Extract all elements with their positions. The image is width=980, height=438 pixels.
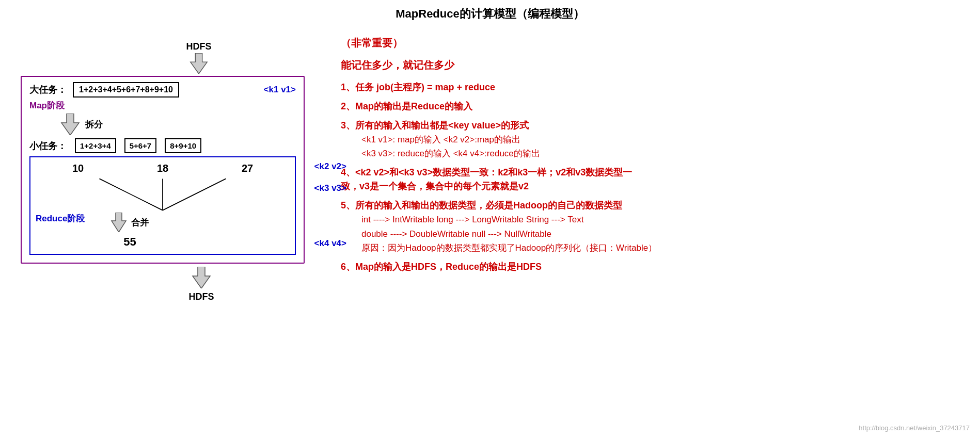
note-line: 能记住多少，就记住多少	[341, 58, 965, 72]
merge-label: 合并	[131, 217, 149, 229]
point-4-main: 4、<k2 v2>和<k3 v3>数据类型一致：k2和k3一样；v2和v3数据类…	[341, 166, 965, 180]
kv4-label: <k4 v4>	[314, 238, 346, 249]
map-stage-label: Map阶段	[29, 100, 296, 111]
inner-box: 10 18 27 <k2 v2> <k3 v3>	[29, 156, 296, 255]
split-arrow-icon	[60, 113, 80, 135]
point-5-sub-3: 原因：因为Hadoop的数据类型都实现了Hadoop的序列化（接口：Writab…	[361, 241, 965, 255]
kv3-label: <k3 v3>	[314, 183, 346, 193]
diagram-area: HDFS 大任务： 1+2+3+4+5+6+7+8+9+10 <k1 v1> M…	[15, 41, 320, 302]
svg-marker-1	[61, 113, 79, 135]
point-3: 3、所有的输入和输出都是<key value>的形式 <k1 v1>: map的…	[341, 119, 965, 160]
point-3-sub-1: <k1 v1>: map的输入 <k2 v2>:map的输出	[361, 133, 965, 147]
split-arrow-row: 拆分	[60, 113, 296, 135]
big-task-value: 1+2+3+4+5+6+7+8+9+10	[73, 82, 179, 98]
point-3-main: 3、所有的输入和输出都是<key value>的形式	[341, 119, 965, 133]
hdfs-top-label: HDFS	[77, 41, 320, 52]
point-5-sub-1: int ----> IntWritable long ---> LongWrit…	[361, 213, 965, 226]
outer-box: 大任务： 1+2+3+4+5+6+7+8+9+10 <k1 v1> Map阶段 …	[21, 76, 305, 264]
watermark: http://blog.csdn.net/weixin_37243717	[859, 424, 970, 432]
kv2-label: <k2 v2>	[314, 161, 346, 172]
small-task-label: 小任务：	[29, 140, 67, 152]
big-task-label: 大任务：	[29, 84, 67, 96]
point-1-main: 1、任务 job(主程序) = map + reduce	[341, 80, 965, 94]
svg-marker-0	[191, 53, 207, 74]
bottom-section: HDFS	[83, 267, 320, 302]
left-section: HDFS 大任务： 1+2+3+4+5+6+7+8+9+10 <k1 v1> M…	[0, 0, 330, 438]
point-4-main2: 致，v3是一个集合，集合中的每个元素就是v2	[341, 180, 965, 193]
top-arrow	[77, 53, 320, 74]
page-container: MapReduce的计算模型（编程模型） HDFS 大任务： 1+2+3+4+5…	[0, 0, 980, 438]
svg-marker-5	[112, 213, 126, 232]
reduce-stage-label: Reduce阶段	[36, 213, 85, 224]
result-number: 55	[123, 235, 136, 249]
svg-line-4	[163, 179, 226, 210]
svg-line-2	[100, 179, 163, 210]
point-6: 6、Map的输入是HDFS，Reduce的输出是HDFS	[341, 260, 965, 274]
point-4: 4、<k2 v2>和<k3 v3>数据类型一致：k2和k3一样；v2和v3数据类…	[341, 166, 965, 193]
small-task-3: 8+9+10	[165, 138, 201, 153]
subtitle: （非常重要）	[341, 36, 965, 50]
num1: 10	[72, 163, 84, 174]
point-5-main: 5、所有的输入和输出的数据类型，必须是Hadoop的自己的数据类型	[341, 199, 965, 213]
small-task-2: 5+6+7	[124, 138, 157, 153]
point-2: 2、Map的输出是Reduce的输入	[341, 100, 965, 113]
num2: 18	[157, 163, 168, 174]
point-1: 1、任务 job(主程序) = map + reduce	[341, 80, 965, 94]
big-task-row: 大任务： 1+2+3+4+5+6+7+8+9+10 <k1 v1>	[29, 82, 296, 98]
small-tasks-row: 小任务： 1+2+3+4 5+6+7 8+9+10	[29, 138, 296, 153]
right-content: （非常重要） 能记住多少，就记住多少 1、任务 job(主程序) = map +…	[341, 36, 965, 274]
small-task-1: 1+2+3+4	[75, 138, 116, 153]
converge-lines	[36, 176, 290, 213]
num3: 27	[242, 163, 253, 174]
point-6-main: 6、Map的输入是HDFS，Reduce的输出是HDFS	[341, 260, 965, 274]
merge-arrow-icon	[110, 213, 127, 232]
kv1-label: <k1 v1>	[264, 85, 296, 95]
svg-marker-6	[193, 267, 210, 288]
bottom-arrow-icon	[192, 267, 211, 288]
split-label: 拆分	[85, 119, 103, 131]
point-5-sub-2: double ----> DoubleWritable null ---> Nu…	[361, 227, 965, 241]
point-2-main: 2、Map的输出是Reduce的输入	[341, 100, 965, 113]
hdfs-bottom-label: HDFS	[83, 291, 320, 302]
right-section: （非常重要） 能记住多少，就记住多少 1、任务 job(主程序) = map +…	[330, 0, 980, 438]
reduce-merge-row: Reduce阶段 合并 55	[36, 213, 290, 249]
numbers-row: 10 18 27	[36, 163, 290, 174]
point-3-sub-2: <k3 v3>: reduce的输入 <k4 v4>:reduce的输出	[361, 147, 965, 160]
point-5: 5、所有的输入和输出的数据类型，必须是Hadoop的自己的数据类型 int --…	[341, 199, 965, 255]
